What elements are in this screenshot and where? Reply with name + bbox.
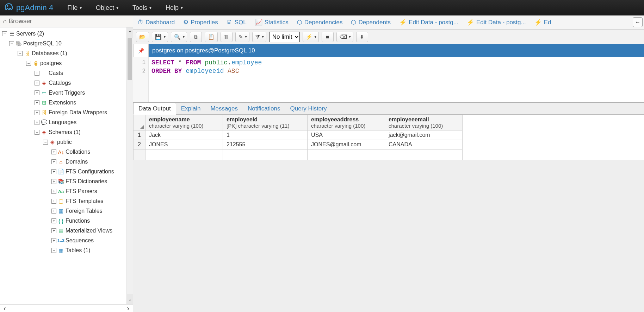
- expand-icon[interactable]: +: [51, 169, 56, 174]
- browser-hscroll[interactable]: ‹ ›: [0, 304, 133, 312]
- expand-icon[interactable]: +: [51, 179, 56, 184]
- tables-icon: ▦: [58, 247, 64, 254]
- corner-cell[interactable]: [134, 115, 145, 130]
- tab-dependencies[interactable]: ⬡Dependencies: [293, 15, 347, 29]
- table-row[interactable]: 1 Jack 1 USA jack@gmail.com: [134, 130, 463, 140]
- expand-icon[interactable]: +: [51, 199, 56, 204]
- row-number[interactable]: 2: [134, 140, 145, 149]
- paste-button[interactable]: 📋: [205, 32, 218, 42]
- file-icon: 🗎: [227, 19, 233, 26]
- stop-button[interactable]: ■: [322, 32, 334, 42]
- expand-icon[interactable]: +: [51, 149, 56, 154]
- cell[interactable]: [145, 149, 223, 160]
- execute-button[interactable]: ⚡▼: [303, 32, 319, 42]
- cell[interactable]: USA: [308, 130, 385, 140]
- cell[interactable]: Jack: [145, 130, 223, 140]
- collapse-icon[interactable]: −: [26, 61, 31, 66]
- cell[interactable]: JONES@gmail.com: [308, 140, 385, 149]
- sql-code[interactable]: SELECT * FROM public.employee ORDER BY e…: [149, 57, 644, 102]
- row-number[interactable]: [134, 149, 145, 160]
- edit-button[interactable]: ✎▼: [235, 32, 249, 42]
- deps-icon: ⬡: [351, 19, 356, 26]
- cell[interactable]: CANADA: [385, 140, 463, 149]
- expand-icon[interactable]: +: [35, 90, 39, 95]
- tab-sql[interactable]: 🗎SQL: [222, 15, 251, 29]
- col-header-employeename[interactable]: employeenamecharacter varying (100): [145, 115, 223, 130]
- collapse-icon[interactable]: −: [18, 51, 23, 56]
- filter-button[interactable]: ⧩▼: [252, 32, 266, 42]
- expand-icon[interactable]: +: [51, 189, 56, 194]
- scroll-left-icon[interactable]: ‹: [4, 304, 6, 312]
- scroll-up-icon[interactable]: ⌃: [127, 27, 133, 38]
- copy-button[interactable]: ⧉: [190, 32, 202, 42]
- menu-help[interactable]: Help▼: [162, 4, 187, 12]
- expand-icon[interactable]: +: [35, 110, 39, 115]
- data-output-grid[interactable]: employeenamecharacter varying (100) empl…: [133, 115, 644, 160]
- outtab-messages[interactable]: Messages: [205, 103, 242, 114]
- sql-editor[interactable]: 1 2 SELECT * FROM public.employee ORDER …: [133, 57, 644, 103]
- pin-icon: 📌: [138, 48, 144, 53]
- menu-object[interactable]: Object▼: [92, 4, 123, 12]
- collapse-icon[interactable]: −: [9, 41, 14, 46]
- row-limit-select[interactable]: No limit: [269, 32, 300, 42]
- expand-icon[interactable]: +: [35, 120, 39, 125]
- cell[interactable]: jack@gmail.com: [385, 130, 463, 140]
- table-row[interactable]: 2 JONES 212555 JONES@gmail.com CANADA: [134, 140, 463, 149]
- cell[interactable]: [308, 149, 385, 160]
- scroll-down-icon[interactable]: ⌄: [127, 294, 133, 304]
- collapse-icon[interactable]: −: [43, 140, 48, 145]
- tab-dashboard[interactable]: ⏱Dashboard: [133, 15, 179, 29]
- expand-icon[interactable]: +: [35, 71, 39, 76]
- expand-icon[interactable]: +: [35, 81, 39, 85]
- expand-icon[interactable]: +: [51, 159, 56, 164]
- scrollbar-thumb[interactable]: [128, 38, 132, 80]
- tab-properties[interactable]: ⚙Properties: [179, 15, 222, 29]
- browser-scrollbar[interactable]: ⌃ ⌄: [126, 27, 133, 304]
- fts-config-icon: 📄: [58, 168, 64, 175]
- cell[interactable]: [385, 149, 463, 160]
- menu-file[interactable]: File▼: [64, 4, 86, 12]
- open-file-button[interactable]: 📂: [136, 32, 149, 42]
- bolt-icon: ⚡: [467, 19, 474, 26]
- cell[interactable]: 1: [223, 130, 308, 140]
- search-icon: 🔍: [174, 34, 181, 40]
- tab-edit-data-1[interactable]: ⚡Edit Data - postg...: [395, 15, 463, 29]
- postgres-icon: 🐘: [16, 40, 22, 47]
- expand-icon[interactable]: +: [51, 228, 56, 233]
- col-header-employeeaddress[interactable]: employeeaddresscharacter varying (100): [308, 115, 385, 130]
- save-button[interactable]: 💾▼: [152, 32, 168, 42]
- clear-button[interactable]: ⌫▼: [336, 32, 353, 42]
- collapse-icon[interactable]: −: [35, 130, 39, 135]
- tab-edit-data-3[interactable]: ⚡Ed: [530, 15, 556, 29]
- tab-dependents[interactable]: ⬡Dependents: [347, 15, 395, 29]
- outtab-data-output[interactable]: Data Output: [133, 103, 176, 115]
- cell[interactable]: JONES: [145, 140, 223, 149]
- expand-icon[interactable]: +: [51, 209, 56, 214]
- outtab-notifications[interactable]: Notifications: [243, 103, 285, 114]
- table-row-empty[interactable]: [134, 149, 463, 160]
- find-button[interactable]: 🔍▼: [171, 32, 187, 42]
- expand-icon[interactable]: +: [51, 238, 56, 243]
- expand-icon[interactable]: +: [51, 218, 56, 223]
- scroll-right-icon[interactable]: ›: [127, 304, 129, 312]
- eraser-icon: ⌫: [340, 34, 347, 40]
- cell[interactable]: [223, 149, 308, 160]
- expand-icon[interactable]: +: [35, 100, 39, 105]
- tabs-back-button[interactable]: ←: [633, 17, 643, 27]
- row-number[interactable]: 1: [134, 130, 145, 140]
- outtab-explain[interactable]: Explain: [176, 103, 206, 114]
- cell[interactable]: 212555: [223, 140, 308, 149]
- collapse-icon[interactable]: −: [51, 248, 56, 253]
- menu-tools[interactable]: Tools▼: [129, 4, 156, 12]
- col-header-employeeemail[interactable]: employeeemailcharacter varying (100): [385, 115, 463, 130]
- download-button[interactable]: ⬇: [356, 32, 368, 42]
- outtab-query-history[interactable]: Query History: [285, 103, 332, 114]
- pin-button[interactable]: 📌: [133, 44, 149, 57]
- object-tree[interactable]: −☰Servers (2) −🐘PostgreSQL 10 −🗄Database…: [1, 29, 132, 255]
- delete-button[interactable]: 🗑: [221, 32, 233, 42]
- tab-statistics[interactable]: 📈Statistics: [251, 15, 293, 29]
- collapse-icon[interactable]: −: [2, 31, 7, 36]
- fdw-icon: 🗄: [41, 110, 47, 116]
- tab-edit-data-2[interactable]: ⚡Edit Data - postg...: [463, 15, 530, 29]
- col-header-employeeid[interactable]: employeeid[PK] character varying (11): [223, 115, 308, 130]
